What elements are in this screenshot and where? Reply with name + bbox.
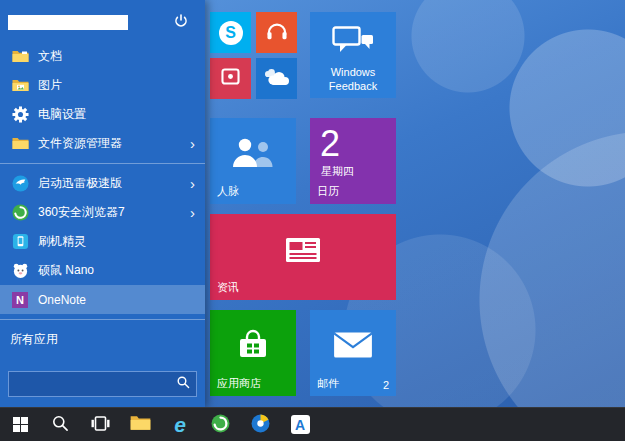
menu-item-label: 图片 [38, 77, 62, 94]
menu-item-label: 电脑设置 [38, 106, 86, 123]
feedback-bubbles-icon [332, 26, 374, 60]
search-box [8, 371, 197, 397]
taskbar-search-button[interactable] [40, 408, 80, 441]
photo-frame-icon [221, 68, 240, 89]
onedrive-clouds-icon [262, 67, 292, 91]
user-name[interactable] [8, 15, 128, 30]
task-view-button[interactable] [80, 408, 120, 441]
tile-store[interactable]: 应用商店 [210, 310, 296, 396]
tile-onedrive[interactable] [256, 58, 297, 99]
search-button[interactable] [170, 372, 196, 396]
chevron-right-icon: › [190, 176, 195, 191]
menu-item-documents[interactable]: 文档 [0, 42, 205, 71]
headphones-icon [265, 21, 289, 45]
menu-item-pc-settings[interactable]: 电脑设置 [0, 100, 205, 129]
menu-item-label: 刷机精灵 [38, 233, 86, 250]
tile-music[interactable] [256, 12, 297, 53]
menu-item-file-explorer[interactable]: 文件资源管理器 › [0, 129, 205, 158]
menu-separator [0, 319, 205, 320]
task-view-icon [91, 416, 110, 434]
people-icon [230, 136, 276, 174]
browser-360-icon [10, 204, 30, 221]
menu-item-label: 360安全浏览器7 [38, 204, 125, 221]
taskbar: e A [0, 407, 625, 441]
app-a-button[interactable]: A [280, 408, 320, 441]
power-icon [174, 14, 188, 31]
tile-windows-feedback[interactable]: Windows Feedback [310, 12, 396, 98]
start-menu-header [0, 0, 205, 38]
menu-item-label: OneNote [38, 293, 86, 307]
calendar-day: 2 [320, 126, 396, 162]
mail-unread-badge: 2 [383, 379, 389, 391]
tile-calendar[interactable]: 2 星期四 日历 [310, 118, 396, 204]
pictures-folder-icon [10, 79, 30, 92]
all-apps-label: 所有应用 [10, 331, 58, 348]
windows-logo-icon [13, 417, 28, 432]
folder-icon [130, 415, 151, 434]
ie-icon: e [174, 414, 186, 435]
tile-mail[interactable]: 邮件 2 [310, 310, 396, 396]
phone-assistant-icon [251, 414, 270, 436]
menu-item-label: 文件资源管理器 [38, 135, 122, 152]
power-button[interactable] [169, 10, 193, 34]
start-menu: 文档 图片 电脑设置 文件资源管理器 › [0, 0, 205, 408]
internet-explorer-button[interactable]: e [160, 408, 200, 441]
menu-item-onenote[interactable]: N OneNote [0, 285, 205, 314]
tile-news[interactable]: 资讯 [210, 214, 396, 300]
chevron-right-icon: › [190, 136, 195, 151]
onenote-icon: N [10, 292, 30, 308]
menu-separator [0, 163, 205, 164]
newspaper-icon [283, 235, 323, 269]
menu-item-label: 启动迅雷极速版 [38, 175, 122, 192]
skype-icon: S [219, 21, 243, 45]
menu-item-label: 硕鼠 Nano [38, 262, 94, 279]
start-button[interactable] [0, 408, 40, 441]
browser-360-icon [211, 414, 230, 436]
tile-label: Windows Feedback [322, 66, 384, 94]
search-icon [177, 376, 190, 392]
tile-label: 资讯 [217, 280, 239, 295]
menu-item-label: 文档 [38, 48, 62, 65]
menu-item-flash-genius[interactable]: 刷机精灵 [0, 227, 205, 256]
chevron-right-icon: › [190, 205, 195, 220]
tile-photos[interactable] [210, 58, 251, 99]
file-explorer-button[interactable] [120, 408, 160, 441]
tile-label: 人脉 [217, 184, 239, 199]
tile-label: 日历 [317, 184, 339, 199]
search-icon [52, 415, 69, 435]
flash-genius-icon [10, 233, 30, 250]
search-input[interactable] [9, 377, 170, 391]
browser-360-button[interactable] [200, 408, 240, 441]
tile-people[interactable]: 人脉 [210, 118, 296, 204]
letter-a-icon: A [291, 415, 310, 434]
shuoshu-mouse-icon [10, 262, 30, 279]
gear-icon [10, 106, 30, 123]
all-apps-button[interactable]: 所有应用 [0, 325, 205, 354]
explorer-folder-icon [10, 137, 30, 150]
menu-item-thunder[interactable]: 启动迅雷极速版 › [0, 169, 205, 198]
tile-label: 邮件 [317, 376, 339, 391]
tile-skype[interactable]: S [210, 12, 251, 53]
tile-label: 应用商店 [217, 376, 261, 391]
desktop: 文档 图片 电脑设置 文件资源管理器 › [0, 0, 625, 441]
start-menu-list: 文档 图片 电脑设置 文件资源管理器 › [0, 42, 205, 354]
store-bag-icon [236, 329, 270, 365]
phone-assistant-button[interactable] [240, 408, 280, 441]
start-tiles-area: S Windows Feedback [205, 0, 405, 408]
calendar-weekday: 星期四 [321, 164, 396, 179]
documents-folder-icon [10, 50, 30, 63]
menu-item-360-browser[interactable]: 360安全浏览器7 › [0, 198, 205, 227]
thunder-icon [10, 175, 30, 192]
menu-item-pictures[interactable]: 图片 [0, 71, 205, 100]
envelope-icon [332, 330, 374, 364]
menu-item-shuoshu-nano[interactable]: 硕鼠 Nano [0, 256, 205, 285]
